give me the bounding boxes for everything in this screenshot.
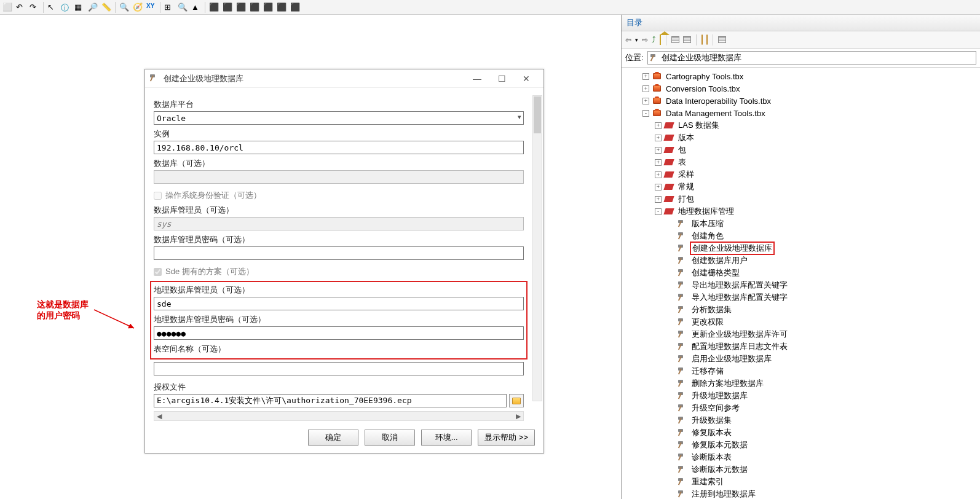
tree-item[interactable]: 诊断版本表 bbox=[625, 451, 980, 463]
toolbar-icon[interactable]: ⬜ bbox=[2, 2, 12, 12]
toolbar-icon[interactable]: ↷ bbox=[30, 2, 39, 12]
toolbar-icon[interactable]: ⬛ bbox=[263, 2, 273, 12]
tree-item[interactable]: 创建栅格类型 bbox=[625, 267, 980, 279]
tree-item[interactable]: 修复版本元数据 bbox=[625, 439, 980, 451]
tree-item[interactable]: +包 bbox=[625, 144, 980, 156]
expand-toggle[interactable]: + bbox=[655, 159, 662, 166]
db-admin-input[interactable] bbox=[154, 217, 524, 230]
horizontal-scrollbar[interactable]: ◀ ▶ bbox=[154, 411, 524, 421]
environments-button[interactable]: 环境... bbox=[421, 430, 472, 446]
tree-item[interactable]: +常规 bbox=[625, 181, 980, 193]
tree-item[interactable]: +版本 bbox=[625, 132, 980, 144]
toolbar-icon[interactable]: ⬛ bbox=[277, 2, 286, 12]
catalog-tree[interactable]: +Cartography Tools.tbx+Conversion Tools.… bbox=[622, 68, 980, 499]
tree-item[interactable]: 创建角色 bbox=[625, 230, 980, 242]
tree-item[interactable]: +LAS 数据集 bbox=[625, 119, 980, 132]
tree-item[interactable]: +Data Interoperability Tools.tbx bbox=[625, 95, 980, 107]
expand-toggle[interactable]: + bbox=[655, 122, 662, 129]
toolbar-icon[interactable]: 📏 bbox=[101, 2, 111, 12]
tree-item[interactable]: 配置地理数据库日志文件表 bbox=[625, 340, 980, 353]
tree-item[interactable]: -地理数据库管理 bbox=[625, 205, 980, 218]
tree-item[interactable]: 升级空间参考 bbox=[625, 402, 980, 414]
tree-item[interactable]: 创建企业级地理数据库 bbox=[625, 242, 980, 254]
tree-item[interactable]: 创建数据库用户 bbox=[625, 254, 980, 267]
forward-icon[interactable]: ⇨ bbox=[642, 36, 648, 44]
toolbar-icon[interactable]: ⬛ bbox=[290, 2, 300, 12]
tree-item[interactable]: 更新企业级地理数据库许可 bbox=[625, 328, 980, 340]
close-button[interactable]: ✕ bbox=[514, 71, 539, 86]
tree-item[interactable]: 启用企业级地理数据库 bbox=[625, 353, 980, 365]
instance-input[interactable] bbox=[154, 141, 524, 154]
tablespace-input[interactable] bbox=[154, 362, 524, 375]
auth-file-input[interactable] bbox=[154, 394, 507, 407]
tree-item[interactable]: +打包 bbox=[625, 193, 980, 205]
list-icon[interactable] bbox=[683, 36, 691, 43]
tree-item[interactable]: 注册到地理数据库 bbox=[625, 488, 980, 499]
list-icon[interactable] bbox=[671, 36, 679, 43]
tree-item[interactable]: 导出地理数据库配置关键字 bbox=[625, 279, 980, 291]
find-icon[interactable]: 🔍 bbox=[119, 2, 129, 12]
tree-item[interactable]: 修复版本表 bbox=[625, 426, 980, 439]
toolbar-icon[interactable]: 🔎 bbox=[88, 2, 98, 12]
toolbar-icon[interactable]: ⬛ bbox=[250, 2, 259, 12]
tree-item[interactable]: 诊断版本元数据 bbox=[625, 463, 980, 476]
tree-item[interactable]: +采样 bbox=[625, 168, 980, 181]
cancel-button[interactable]: 取消 bbox=[365, 430, 415, 446]
options-icon[interactable] bbox=[718, 36, 726, 43]
expand-toggle[interactable]: + bbox=[655, 147, 662, 154]
tree-item[interactable]: 迁移存储 bbox=[625, 365, 980, 377]
toolbar-icon[interactable]: 🧭 bbox=[133, 2, 143, 12]
expand-toggle[interactable]: + bbox=[642, 98, 649, 104]
db-platform-select[interactable] bbox=[154, 111, 524, 125]
database-input[interactable] bbox=[154, 170, 524, 184]
vertical-scrollbar[interactable] bbox=[532, 95, 542, 401]
expand-toggle[interactable]: + bbox=[655, 184, 662, 191]
toolbar-icon[interactable]: 🔍 bbox=[178, 2, 188, 12]
maximize-button[interactable]: ☐ bbox=[489, 71, 514, 86]
tree-item[interactable]: 删除方案地理数据库 bbox=[625, 377, 980, 390]
scroll-left-icon[interactable]: ◀ bbox=[154, 412, 164, 420]
expand-toggle[interactable]: + bbox=[642, 73, 649, 80]
info-icon[interactable]: ⓘ bbox=[61, 2, 71, 12]
xy-icon[interactable]: XY bbox=[146, 2, 156, 12]
expand-toggle[interactable]: - bbox=[655, 208, 662, 215]
expand-toggle[interactable]: + bbox=[642, 85, 649, 92]
expand-toggle[interactable]: + bbox=[655, 196, 662, 203]
tree-item[interactable]: 导入地理数据库配置关键字 bbox=[625, 291, 980, 304]
tree-item[interactable]: -Data Management Tools.tbx bbox=[625, 107, 980, 119]
scroll-right-icon[interactable]: ▶ bbox=[513, 412, 523, 420]
tree-item[interactable]: 分析数据集 bbox=[625, 304, 980, 316]
expand-toggle[interactable]: - bbox=[642, 110, 649, 117]
tree-item[interactable]: 重建索引 bbox=[625, 476, 980, 488]
home-icon[interactable] bbox=[660, 35, 661, 44]
tree-item[interactable]: 升级数据集 bbox=[625, 414, 980, 426]
toolbar-icon[interactable]: ▦ bbox=[74, 2, 84, 12]
tree-item[interactable]: +表 bbox=[625, 156, 980, 168]
dialog-titlebar[interactable]: 创建企业级地理数据库 — ☐ ✕ bbox=[145, 69, 543, 88]
toolbar-icon[interactable]: ⬛ bbox=[223, 2, 232, 12]
location-input[interactable]: 创建企业级地理数据库 bbox=[647, 51, 976, 65]
toolbar-icon[interactable]: ▲ bbox=[191, 2, 201, 12]
db-admin-pwd-input[interactable] bbox=[154, 246, 524, 260]
expand-toggle[interactable]: + bbox=[655, 135, 662, 141]
up-icon[interactable]: ⤴ bbox=[652, 35, 656, 44]
toolbar-icon[interactable]: ⊞ bbox=[164, 2, 174, 12]
toolbar-icon[interactable]: ↶ bbox=[16, 2, 26, 12]
toolbar-icon[interactable]: ⬛ bbox=[209, 2, 219, 12]
folder-icon[interactable] bbox=[706, 35, 708, 44]
toolbar-icon[interactable]: ⬛ bbox=[236, 2, 246, 12]
folder-icon[interactable] bbox=[701, 35, 703, 44]
tree-item[interactable]: 更改权限 bbox=[625, 316, 980, 328]
tree-item[interactable]: 版本压缩 bbox=[625, 218, 980, 230]
show-help-button[interactable]: 显示帮助 >> bbox=[478, 430, 535, 446]
browse-file-button[interactable] bbox=[509, 394, 524, 407]
pointer-icon[interactable]: ↖ bbox=[47, 2, 57, 12]
minimize-button[interactable]: — bbox=[465, 71, 489, 86]
gdb-admin-input[interactable] bbox=[154, 297, 524, 310]
ok-button[interactable]: 确定 bbox=[308, 430, 358, 446]
gdb-admin-pwd-input[interactable] bbox=[154, 326, 524, 340]
tree-item[interactable]: +Conversion Tools.tbx bbox=[625, 82, 980, 95]
back-icon[interactable]: ⇦ bbox=[625, 36, 631, 44]
expand-toggle[interactable]: + bbox=[655, 171, 662, 178]
tree-item[interactable]: +Cartography Tools.tbx bbox=[625, 70, 980, 82]
